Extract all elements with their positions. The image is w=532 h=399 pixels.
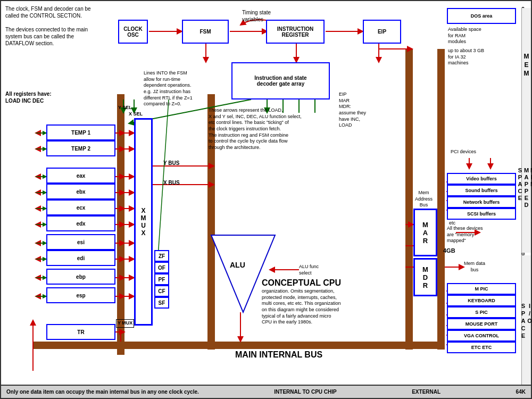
ysel-label: Y SEL [118, 105, 132, 111]
svg-rect-3 [33, 342, 437, 349]
conceptual-cpu-title: CONCEPTUAL CPU [262, 278, 341, 289]
bottom-bar: Only one data item can occupy the main i… [1, 385, 531, 398]
sound-buffers-box: Sound buffers [447, 185, 516, 196]
memory-mapped-text: All these devicesare "memorymapped" [447, 226, 516, 244]
only-one-text: Only one data item can occupy the main i… [6, 389, 199, 395]
conceptual-cpu-desc: organization. Omits segmentation,protect… [262, 288, 405, 326]
xsel-label: X SEL [129, 111, 143, 118]
edi-box: edi [46, 250, 115, 266]
svg-rect-1 [207, 342, 340, 349]
temp1-box: TEMP 1 [46, 124, 115, 140]
svg-line-77 [158, 99, 169, 256]
vga-control-box: VGA CONTROL [447, 330, 516, 342]
fsm-box: FSM [182, 20, 229, 44]
mouse-port-box: MOUSE PORT [447, 318, 516, 330]
ymux-label: Y MUX [116, 319, 134, 328]
64k-text: 64K [516, 389, 526, 395]
internal-cpu-text: INTERNAL TO CPU CHIP [274, 389, 336, 395]
ebx-box: ebx [46, 184, 115, 200]
svg-rect-0 [117, 94, 124, 355]
arrows-note-text: These arrows represent the LOAD,X and Y … [209, 107, 323, 151]
external-text: EXTERNAL [412, 389, 440, 395]
mux-box: XMUX [134, 118, 153, 326]
temp2-box: TEMP 2 [46, 140, 115, 156]
svg-rect-4 [405, 49, 413, 350]
sf-box: SF [154, 297, 169, 309]
etc-etc-box: ETC ETC [447, 342, 516, 353]
ebp-box: ebp [46, 269, 115, 285]
xbus-label: X BUS [163, 179, 180, 186]
cf-box: CF [154, 285, 169, 297]
ecx-box: ecx [46, 200, 115, 215]
io-vertical-label: I/OSPACE [521, 255, 531, 387]
alu-label: ALU [230, 260, 245, 270]
clock-box: CLOCKOSC [118, 20, 148, 44]
eip-mar-mdr-text: EIPMARMDR:assume theyhave INC,LOAD [339, 92, 403, 129]
svg-rect-87 [437, 49, 445, 350]
dos-area-box: DOS area [447, 8, 516, 24]
scsi-buffers-box: SCSI buffers [447, 208, 516, 220]
tr-box: TR [46, 324, 115, 340]
zf-box: ZF [154, 250, 169, 262]
mem-vertical-label: MEM MEMMAPPEDSPACE [521, 8, 531, 253]
eax-box: eax [46, 168, 115, 184]
esi-box: esi [46, 234, 115, 250]
ybus-label: Y BUS [163, 160, 179, 167]
instruction-register-box: INSTRUCTIONREGISTER [266, 20, 325, 44]
of-box: OF [154, 262, 169, 273]
registers-note: All registers have:LOAD INC DEC [5, 90, 52, 104]
eip-box: EIP [363, 20, 401, 44]
up-to-3gb-text: up to about 3 GBfor IA 32machines [448, 48, 517, 66]
spic-box: S PIC [447, 306, 516, 318]
main-bus-label: MAIN INTERNAL BUS [235, 350, 322, 361]
edx-box: edx [46, 215, 115, 231]
mem-data-bus-text: Mem databus [464, 261, 485, 273]
mar-box: MAR [413, 209, 437, 256]
mem-address-bus-text: MemAddressBus [415, 190, 433, 209]
mpic-box: M PIC [447, 283, 516, 295]
fsm-lines-text: Lines INTO the FSMallow for run-timedepe… [144, 70, 226, 107]
mdr-box: MDR [413, 258, 437, 296]
alu-func-text: ALU funcselect [299, 264, 319, 276]
keyboard-box: KEYBOARD [447, 295, 516, 306]
esp-box: esp [46, 287, 115, 303]
decoder-box: Instruction and statedecoder gate array [231, 62, 330, 99]
4gb-label: 4GB [443, 247, 455, 254]
pf-box: PF [154, 273, 169, 285]
video-buffers-box: Video buffers [447, 173, 516, 185]
network-buffers-box: Network buffers [447, 196, 516, 208]
available-ram-text: Available spacefor RAMmodules [448, 27, 512, 45]
pci-devices-text: PCI devices [451, 149, 476, 155]
control-section-text: The clock, FSM and decoder can becalled … [5, 5, 112, 47]
main-container: The clock, FSM and decoder can becalled … [0, 0, 532, 399]
